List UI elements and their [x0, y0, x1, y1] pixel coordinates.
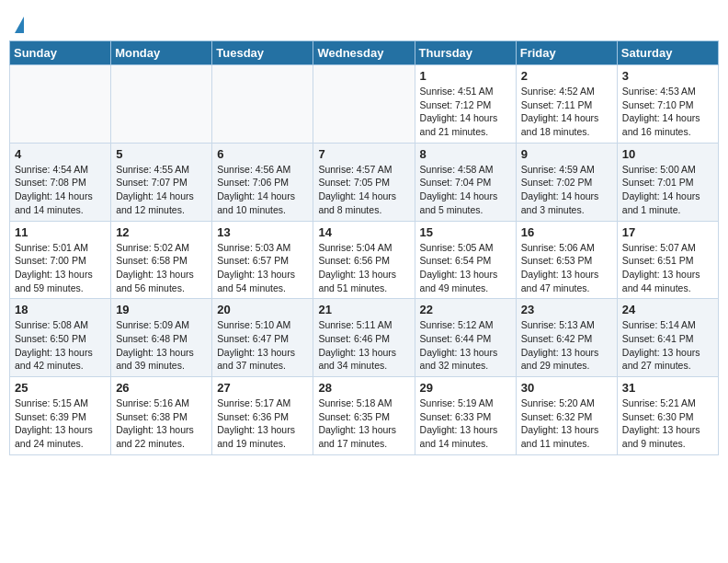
calendar-cell: 10Sunrise: 5:00 AMSunset: 7:01 PMDayligh…: [617, 143, 718, 221]
calendar-cell: [111, 65, 212, 144]
logo: [13, 17, 24, 33]
calendar-cell: 24Sunrise: 5:14 AMSunset: 6:41 PMDayligh…: [617, 299, 718, 377]
calendar-cell: 9Sunrise: 4:59 AMSunset: 7:02 PMDaylight…: [516, 143, 617, 221]
day-number: 25: [15, 381, 106, 395]
calendar-cell: 14Sunrise: 5:04 AMSunset: 6:56 PMDayligh…: [313, 221, 415, 299]
day-number: 26: [116, 381, 207, 395]
calendar-cell: 25Sunrise: 5:15 AMSunset: 6:39 PMDayligh…: [10, 377, 111, 455]
calendar-cell: 4Sunrise: 4:54 AMSunset: 7:08 PMDaylight…: [10, 143, 111, 221]
calendar-cell: 6Sunrise: 4:56 AMSunset: 7:06 PMDaylight…: [212, 143, 313, 221]
calendar-cell: 22Sunrise: 5:12 AMSunset: 6:44 PMDayligh…: [415, 299, 516, 377]
day-number: 10: [622, 147, 713, 161]
cell-content: Sunrise: 5:19 AMSunset: 6:33 PMDaylight:…: [420, 396, 511, 451]
weekday-header-thursday: Thursday: [415, 41, 516, 65]
calendar-cell: 7Sunrise: 4:57 AMSunset: 7:05 PMDaylight…: [313, 143, 415, 221]
cell-content: Sunrise: 5:10 AMSunset: 6:47 PMDaylight:…: [217, 318, 308, 373]
day-number: 14: [318, 225, 409, 239]
weekday-header-row: SundayMondayTuesdayWednesdayThursdayFrid…: [10, 41, 719, 65]
cell-content: Sunrise: 5:16 AMSunset: 6:38 PMDaylight:…: [116, 396, 207, 451]
cell-content: Sunrise: 5:21 AMSunset: 6:30 PMDaylight:…: [622, 396, 713, 451]
calendar-cell: [313, 65, 415, 144]
calendar-cell: 2Sunrise: 4:52 AMSunset: 7:11 PMDaylight…: [516, 65, 617, 144]
day-number: 1: [420, 69, 511, 83]
cell-content: Sunrise: 4:59 AMSunset: 7:02 PMDaylight:…: [521, 163, 612, 217]
weekday-header-tuesday: Tuesday: [212, 41, 313, 65]
calendar-cell: 30Sunrise: 5:20 AMSunset: 6:32 PMDayligh…: [516, 377, 617, 455]
cell-content: Sunrise: 4:51 AMSunset: 7:12 PMDaylight:…: [420, 85, 511, 139]
cell-content: Sunrise: 5:03 AMSunset: 6:57 PMDaylight:…: [217, 241, 308, 295]
calendar-cell: 20Sunrise: 5:10 AMSunset: 6:47 PMDayligh…: [212, 299, 313, 377]
calendar-cell: 17Sunrise: 5:07 AMSunset: 6:51 PMDayligh…: [617, 221, 718, 299]
calendar-cell: 21Sunrise: 5:11 AMSunset: 6:46 PMDayligh…: [313, 299, 415, 377]
day-number: 13: [217, 225, 308, 239]
cell-content: Sunrise: 5:11 AMSunset: 6:46 PMDaylight:…: [318, 318, 409, 373]
calendar-cell: 26Sunrise: 5:16 AMSunset: 6:38 PMDayligh…: [111, 377, 212, 455]
calendar-cell: 3Sunrise: 4:53 AMSunset: 7:10 PMDaylight…: [617, 65, 718, 144]
day-number: 30: [521, 381, 612, 395]
day-number: 16: [521, 225, 612, 239]
week-row-4: 18Sunrise: 5:08 AMSunset: 6:50 PMDayligh…: [10, 299, 719, 377]
calendar-cell: 13Sunrise: 5:03 AMSunset: 6:57 PMDayligh…: [212, 221, 313, 299]
week-row-2: 4Sunrise: 4:54 AMSunset: 7:08 PMDaylight…: [10, 143, 719, 221]
day-number: 9: [521, 147, 612, 161]
day-number: 2: [521, 69, 612, 83]
cell-content: Sunrise: 4:53 AMSunset: 7:10 PMDaylight:…: [622, 85, 713, 139]
calendar-cell: 15Sunrise: 5:05 AMSunset: 6:54 PMDayligh…: [415, 221, 516, 299]
calendar-cell: 8Sunrise: 4:58 AMSunset: 7:04 PMDaylight…: [415, 143, 516, 221]
cell-content: Sunrise: 5:00 AMSunset: 7:01 PMDaylight:…: [622, 163, 713, 217]
weekday-header-monday: Monday: [111, 41, 212, 65]
day-number: 31: [622, 381, 713, 395]
day-number: 22: [420, 303, 511, 316]
calendar-cell: 18Sunrise: 5:08 AMSunset: 6:50 PMDayligh…: [10, 299, 111, 377]
day-number: 23: [521, 303, 612, 316]
calendar-table: SundayMondayTuesdayWednesdayThursdayFrid…: [9, 40, 719, 455]
calendar-cell: [10, 65, 111, 144]
week-row-5: 25Sunrise: 5:15 AMSunset: 6:39 PMDayligh…: [10, 377, 719, 455]
week-row-1: 1Sunrise: 4:51 AMSunset: 7:12 PMDaylight…: [10, 65, 719, 144]
logo-triangle-icon: [15, 17, 24, 33]
calendar-cell: 12Sunrise: 5:02 AMSunset: 6:58 PMDayligh…: [111, 221, 212, 299]
day-number: 11: [15, 225, 106, 239]
cell-content: Sunrise: 5:13 AMSunset: 6:42 PMDaylight:…: [521, 318, 612, 373]
calendar-cell: 28Sunrise: 5:18 AMSunset: 6:35 PMDayligh…: [313, 377, 415, 455]
calendar-cell: 1Sunrise: 4:51 AMSunset: 7:12 PMDaylight…: [415, 65, 516, 144]
calendar-cell: 27Sunrise: 5:17 AMSunset: 6:36 PMDayligh…: [212, 377, 313, 455]
weekday-header-sunday: Sunday: [10, 41, 111, 65]
cell-content: Sunrise: 5:15 AMSunset: 6:39 PMDaylight:…: [15, 396, 106, 451]
day-number: 3: [622, 69, 713, 83]
cell-content: Sunrise: 5:04 AMSunset: 6:56 PMDaylight:…: [318, 241, 409, 295]
calendar-cell: 5Sunrise: 4:55 AMSunset: 7:07 PMDaylight…: [111, 143, 212, 221]
cell-content: Sunrise: 4:55 AMSunset: 7:07 PMDaylight:…: [116, 163, 207, 217]
day-number: 28: [318, 381, 409, 395]
week-row-3: 11Sunrise: 5:01 AMSunset: 7:00 PMDayligh…: [10, 221, 719, 299]
cell-content: Sunrise: 5:06 AMSunset: 6:53 PMDaylight:…: [521, 241, 612, 295]
day-number: 6: [217, 147, 308, 161]
calendar-cell: 29Sunrise: 5:19 AMSunset: 6:33 PMDayligh…: [415, 377, 516, 455]
cell-content: Sunrise: 4:57 AMSunset: 7:05 PMDaylight:…: [318, 163, 409, 217]
weekday-header-friday: Friday: [516, 41, 617, 65]
day-number: 20: [217, 303, 308, 316]
day-number: 7: [318, 147, 409, 161]
day-number: 8: [420, 147, 511, 161]
cell-content: Sunrise: 4:56 AMSunset: 7:06 PMDaylight:…: [217, 163, 308, 217]
cell-content: Sunrise: 4:54 AMSunset: 7:08 PMDaylight:…: [15, 163, 106, 217]
cell-content: Sunrise: 5:05 AMSunset: 6:54 PMDaylight:…: [420, 241, 511, 295]
cell-content: Sunrise: 5:07 AMSunset: 6:51 PMDaylight:…: [622, 241, 713, 295]
calendar-cell: 31Sunrise: 5:21 AMSunset: 6:30 PMDayligh…: [617, 377, 718, 455]
day-number: 15: [420, 225, 511, 239]
day-number: 24: [622, 303, 713, 316]
day-number: 27: [217, 381, 308, 395]
cell-content: Sunrise: 4:52 AMSunset: 7:11 PMDaylight:…: [521, 85, 612, 139]
cell-content: Sunrise: 5:17 AMSunset: 6:36 PMDaylight:…: [217, 396, 308, 451]
weekday-header-wednesday: Wednesday: [313, 41, 415, 65]
calendar-cell: 19Sunrise: 5:09 AMSunset: 6:48 PMDayligh…: [111, 299, 212, 377]
cell-content: Sunrise: 5:01 AMSunset: 7:00 PMDaylight:…: [15, 241, 106, 295]
cell-content: Sunrise: 5:20 AMSunset: 6:32 PMDaylight:…: [521, 396, 612, 451]
cell-content: Sunrise: 4:58 AMSunset: 7:04 PMDaylight:…: [420, 163, 511, 217]
day-number: 19: [116, 303, 207, 316]
cell-content: Sunrise: 5:12 AMSunset: 6:44 PMDaylight:…: [420, 318, 511, 373]
day-number: 18: [15, 303, 106, 316]
cell-content: Sunrise: 5:02 AMSunset: 6:58 PMDaylight:…: [116, 241, 207, 295]
day-number: 17: [622, 225, 713, 239]
day-number: 4: [15, 147, 106, 161]
